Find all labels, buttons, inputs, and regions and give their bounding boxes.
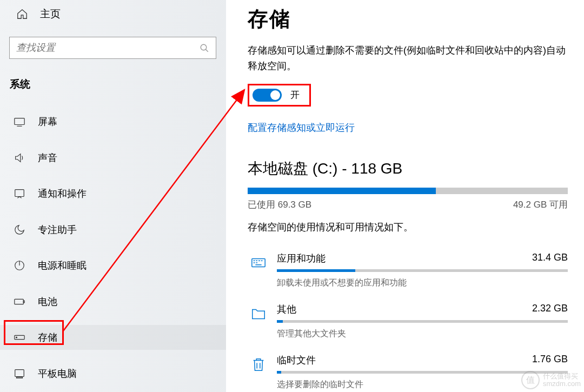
- cat-size: 2.32 GB: [532, 303, 568, 316]
- nav-item-notifications[interactable]: 通知和操作: [0, 181, 226, 206]
- category-label: 系统: [0, 59, 226, 106]
- search-icon: [200, 43, 209, 53]
- svg-line-1: [205, 49, 208, 52]
- svg-rect-8: [23, 301, 24, 303]
- cat-sub: 卸载未使用或不想要的应用和功能: [277, 277, 568, 289]
- disk-bar: [248, 188, 568, 194]
- cat-bar-fill: [277, 269, 355, 272]
- nav-item-sound[interactable]: 声音: [0, 145, 226, 170]
- battery-icon: [13, 295, 26, 308]
- cat-name: 应用和功能: [277, 252, 326, 265]
- main-content: 存储 存储感知可以通过删除不需要的文件(例如临时文件和回收站中的内容)自动释放空…: [226, 0, 584, 392]
- nav-label: 存储: [38, 331, 57, 344]
- cat-size: 31.4 GB: [532, 252, 568, 265]
- cat-bar-fill: [277, 320, 283, 323]
- watermark-badge: 值: [521, 371, 540, 389]
- watermark-line2: smzdm.com: [543, 380, 581, 388]
- home-label: 主页: [40, 7, 61, 21]
- nav-label: 平板电脑: [38, 367, 77, 380]
- folder-icon: [249, 304, 268, 323]
- disk-free-label: 49.2 GB 可用: [513, 198, 568, 211]
- svg-rect-2: [15, 118, 24, 125]
- nav-item-power[interactable]: 电源和睡眠: [0, 253, 226, 278]
- cat-bar-fill: [277, 371, 281, 374]
- svg-rect-4: [15, 190, 24, 197]
- cat-size: 1.76 GB: [532, 354, 568, 367]
- toggle-state-label: 开: [290, 89, 300, 101]
- nav-item-storage[interactable]: 存储: [0, 325, 226, 350]
- disk-title: 本地磁盘 (C:) - 118 GB: [248, 158, 568, 179]
- nav-item-display[interactable]: 屏幕: [0, 109, 226, 134]
- nav-item-battery[interactable]: 电池: [0, 289, 226, 314]
- trash-icon: [249, 355, 268, 374]
- usage-description: 存储空间的使用情况和可用情况如下。: [248, 221, 568, 234]
- disk-used-label: 已使用 69.3 GB: [248, 198, 311, 211]
- nav-label: 专注助手: [38, 223, 77, 236]
- focus-icon: [13, 223, 26, 236]
- nav-label: 屏幕: [38, 115, 57, 128]
- sound-icon: [13, 151, 26, 164]
- home-link[interactable]: 主页: [0, 4, 226, 23]
- configure-link[interactable]: 配置存储感知或立即运行: [248, 121, 568, 134]
- svg-rect-7: [15, 299, 24, 304]
- watermark-line1: 什么值得买: [543, 373, 581, 380]
- cat-name: 临时文件: [277, 354, 316, 367]
- power-icon: [13, 259, 26, 272]
- category-apps[interactable]: 应用和功能31.4 GB 卸载未使用或不想要的应用和功能: [248, 249, 568, 291]
- annotation-highlight-toggle: 开: [248, 84, 311, 107]
- search-input-wrap[interactable]: [9, 37, 216, 59]
- cat-sub: 管理其他大文件夹: [277, 328, 568, 340]
- nav-label: 电源和睡眠: [38, 259, 87, 272]
- page-title: 存储: [248, 5, 568, 33]
- svg-rect-11: [15, 369, 24, 376]
- svg-rect-12: [17, 377, 23, 378]
- home-icon: [16, 8, 28, 20]
- nav-item-focus[interactable]: 专注助手: [0, 217, 226, 242]
- category-other[interactable]: 其他2.32 GB 管理其他大文件夹: [248, 300, 568, 342]
- notification-icon: [13, 187, 26, 200]
- disk-bar-fill: [248, 188, 436, 194]
- nav-list: 屏幕 声音 通知和操作 专注助手 电源和睡眠 电池 存储 平板电脑: [0, 106, 226, 386]
- cat-name: 其他: [277, 303, 296, 316]
- search-input[interactable]: [16, 42, 200, 54]
- display-icon: [13, 115, 26, 128]
- sidebar: 主页 系统 屏幕 声音 通知和操作 专注助手 电源和睡眠: [0, 0, 226, 392]
- svg-point-10: [16, 337, 17, 338]
- storage-icon: [13, 331, 26, 344]
- tablet-icon: [13, 367, 26, 380]
- storage-sense-toggle[interactable]: [253, 89, 282, 102]
- storage-sense-description: 存储感知可以通过删除不需要的文件(例如临时文件和回收站中的内容)自动释放空间。: [248, 43, 568, 74]
- nav-item-tablet[interactable]: 平板电脑: [0, 361, 226, 386]
- apps-icon: [249, 253, 268, 273]
- nav-label: 声音: [38, 151, 57, 164]
- nav-label: 通知和操作: [38, 187, 87, 200]
- category-temp[interactable]: 临时文件1.76 GB 选择要删除的临时文件: [248, 350, 568, 392]
- nav-label: 电池: [38, 295, 57, 308]
- svg-point-0: [201, 44, 207, 50]
- watermark: 值 什么值得买 smzdm.com: [521, 371, 581, 389]
